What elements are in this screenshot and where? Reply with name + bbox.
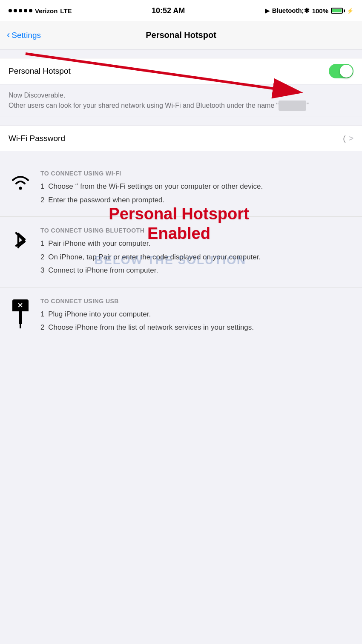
wifi-step-1-text: Choose ‘’ from the Wi-Fi settings on you… (48, 182, 263, 190)
gap-before-instructions (0, 151, 362, 160)
bt-step-1: 1 Pair iPhone with your computer. (40, 238, 353, 249)
discoverable-section: Now Discoverable. Other users can look f… (0, 84, 362, 117)
back-label: Settings (11, 31, 41, 40)
usb-base (20, 324, 21, 328)
bt-step-1-text: Pair iPhone with your computer. (48, 239, 150, 247)
back-chevron-icon: ‹ (7, 30, 10, 40)
bluetooth-status-icon: Bluetooth;✱ (272, 7, 310, 14)
hotspot-toggle[interactable] (329, 64, 353, 78)
wifi-icon-container (9, 170, 32, 208)
battery-fill (332, 9, 342, 12)
dot5 (29, 9, 32, 12)
bt-step-2-text: On iPhone, tap Pair or enter the code di… (48, 253, 261, 261)
dot1 (9, 9, 12, 12)
wifi-password-value: ( (343, 134, 345, 143)
page-title: Personal Hotspot (146, 30, 216, 40)
usb-symbol-icon: ⨉ (18, 300, 23, 309)
usb-icon-container: ⨉ (9, 298, 32, 336)
bt-step-3-text: Connect to iPhone from computer. (48, 266, 158, 274)
hotspot-label: Personal Hotspot (9, 66, 329, 76)
discoverable-line2: Other users can look for your shared net… (9, 102, 309, 109)
status-left: Verizon LTE (9, 7, 72, 14)
location-icon: ▶ (265, 7, 270, 14)
toggle-knob (340, 65, 353, 78)
lightning-icon: ⚡ (347, 8, 353, 14)
bluetooth-instruction-content: TO CONNECT USING BLUETOOTH 1 Pair iPhone… (40, 227, 353, 279)
battery-indicator: ⚡ (331, 8, 353, 14)
battery-body (331, 8, 343, 14)
hotspot-section: Personal Hotspot (0, 58, 362, 84)
usb-step-2: 2 Choose iPhone from the list of network… (40, 322, 353, 333)
battery-percent-label: 100% (312, 7, 328, 14)
discoverable-text: Now Discoverable. Other users can look f… (9, 90, 353, 111)
wifi-instruction-title: TO CONNECT USING WI-FI (40, 170, 353, 177)
wifi-icon (10, 172, 31, 191)
network-name-hidden (279, 101, 306, 111)
usb-step-1-text: Plug iPhone into your computer. (48, 310, 151, 318)
usb-instruction-block: ⨉ TO CONNECT USING USB 1 Plug iPhone int… (0, 288, 362, 344)
discoverable-line1: Now Discoverable. (9, 92, 65, 99)
usb-neck (19, 311, 22, 324)
carrier-label: Verizon (35, 7, 57, 14)
bluetooth-icon (10, 229, 31, 252)
status-right: ▶ Bluetooth;✱ 100% ⚡ (265, 7, 353, 14)
wifi-step-2-text: Enter the password when prompted. (48, 196, 164, 204)
bt-step-3: 3 Connect to iPhone from computer. (40, 265, 353, 276)
usb-icon: ⨉ (10, 299, 31, 334)
svg-point-2 (19, 187, 22, 190)
wifi-password-chevron-icon: > (349, 134, 353, 143)
signal-dots (9, 9, 32, 12)
bluetooth-icon-container (9, 227, 32, 279)
navigation-bar: ‹ Settings Personal Hotspot (0, 21, 362, 49)
usb-instruction-content: TO CONNECT USING USB 1 Plug iPhone into … (40, 298, 353, 336)
gap-before-wifi-password (0, 117, 362, 126)
gap-above-hotspot (0, 49, 362, 58)
wifi-step-1: 1 Choose ‘’ from the Wi-Fi settings on y… (40, 181, 353, 192)
dot3 (19, 9, 22, 12)
usb-step-1: 1 Plug iPhone into your computer. (40, 309, 353, 320)
wifi-instruction-block: TO CONNECT USING WI-FI 1 Choose ‘’ from … (0, 160, 362, 217)
wifi-step-num-1: 1 (40, 182, 44, 190)
bluetooth-instruction-block: TO CONNECT USING BLUETOOTH 1 Pair iPhone… (0, 217, 362, 288)
wifi-step-2: 2 Enter the password when prompted. (40, 195, 353, 206)
bt-step-2: 2 On iPhone, tap Pair or enter the code … (40, 252, 353, 263)
battery-tip (344, 9, 345, 12)
dot2 (14, 9, 17, 12)
status-bar: Verizon LTE 10:52 AM ▶ Bluetooth;✱ 100% … (0, 0, 362, 21)
usb-instruction-title: TO CONNECT USING USB (40, 298, 353, 305)
wifi-password-row[interactable]: Wi-Fi Password ( > (0, 126, 362, 151)
time-label: 10:52 AM (152, 6, 185, 15)
wifi-password-label: Wi-Fi Password (9, 134, 343, 143)
hotspot-row: Personal Hotspot (0, 58, 362, 84)
back-button[interactable]: ‹ Settings (7, 31, 41, 40)
usb-plug-head: ⨉ (12, 299, 29, 311)
network-type-label: LTE (60, 7, 72, 14)
dot4 (24, 9, 27, 12)
wifi-step-num-2: 2 (40, 196, 44, 204)
usb-step-2-text: Choose iPhone from the list of network s… (48, 323, 254, 331)
bluetooth-instruction-title: TO CONNECT USING BLUETOOTH (40, 227, 353, 234)
wifi-instruction-content: TO CONNECT USING WI-FI 1 Choose ‘’ from … (40, 170, 353, 208)
